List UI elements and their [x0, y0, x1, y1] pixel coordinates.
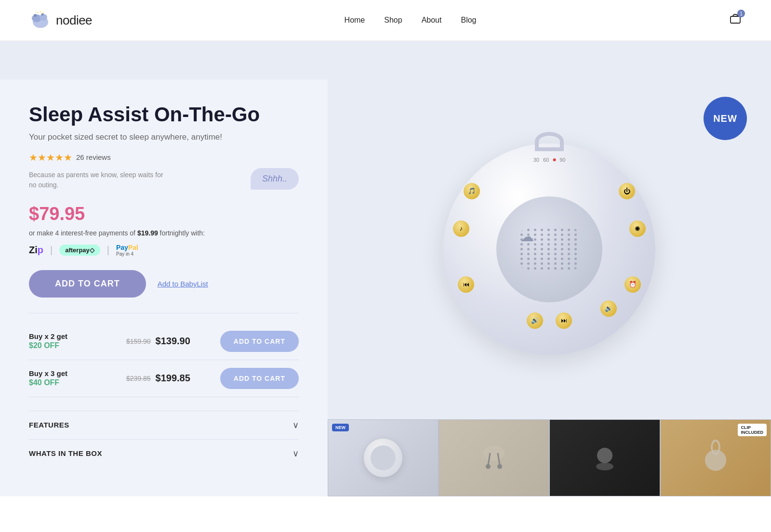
speaker-area: ☁ [496, 196, 602, 302]
bundle-1-label: Buy x 2 get [29, 332, 96, 340]
zip-logo: Zip [29, 245, 43, 256]
product-left: Sleep Assist On-The-Go Your pocket sized… [0, 79, 328, 496]
cart-badge: 1 [737, 10, 745, 17]
speaker-dots: ☁ [513, 221, 586, 277]
accordion-whats-in-box[interactable]: WHATS IN THE BOX ∨ [29, 439, 299, 467]
babylist-link[interactable]: Add to BabyList [158, 280, 208, 288]
accordion-box-label: WHATS IN THE BOX [29, 449, 102, 457]
bundle-1-old-price: $159.90 [126, 337, 151, 345]
svg-point-13 [497, 464, 502, 469]
device-loop [535, 132, 564, 151]
pay-divider-2: | [107, 245, 109, 256]
star-icons: ★★★★★ [29, 152, 72, 163]
add-to-cart-button[interactable]: ADD TO CART [29, 270, 146, 298]
afterpay-logo: afterpay◇ [59, 245, 100, 256]
bundle-row-2: Buy x 3 get $40 OFF $239.85 $199.85 ADD … [29, 360, 299, 397]
svg-point-4 [41, 13, 44, 16]
chevron-down-icon-box: ∨ [292, 448, 299, 459]
stars-row: ★★★★★ 26 reviews [29, 152, 299, 163]
clip-text: CLIPINCLUDED [741, 425, 764, 435]
product-device-container: 30 60 90 [443, 143, 655, 355]
accordion-section: FEATURES ∨ WHATS IN THE BOX ∨ [29, 411, 299, 467]
product-subtitle: Your pocket sized secret to sleep anywhe… [29, 131, 299, 143]
thumbnail-4[interactable]: CLIPINCLUDED [660, 419, 771, 496]
bundle-1-info: Buy x 2 get $20 OFF [29, 332, 96, 350]
music-button[interactable]: ♪ [453, 221, 469, 237]
thumbnail-3[interactable] [549, 419, 660, 496]
clip-device-icon [696, 439, 735, 477]
header: nodiee Home Shop About Blog 1 [0, 0, 771, 41]
svg-point-12 [486, 464, 491, 469]
svg-point-15 [596, 463, 613, 470]
bundle-1-discount: $20 OFF [29, 341, 96, 350]
timer-30: 30 [533, 157, 539, 163]
new-badge: NEW [704, 97, 747, 140]
paypal-logo: PayPal Pay in 4 [116, 244, 138, 257]
bundle-section: Buy x 2 get $20 OFF $159.90 $139.90 ADD … [29, 313, 299, 397]
review-count: 26 reviews [76, 153, 111, 161]
vol-button[interactable]: 🔊 [527, 312, 543, 329]
svg-point-6 [40, 11, 41, 12]
cloud-icon: ☁ [520, 229, 534, 245]
light-button[interactable]: ✺ [629, 221, 646, 237]
bundle-1-add-to-cart[interactable]: ADD TO CART [220, 331, 299, 352]
timer-red-dot [553, 158, 556, 161]
bundle-1-prices: $159.90 $139.90 [126, 336, 190, 347]
accordion-features-label: FEATURES [29, 421, 69, 429]
timer-60: 60 [543, 157, 549, 163]
thumbnail-1[interactable]: NEW [328, 419, 439, 496]
bundle-2-label: Buy x 3 get [29, 369, 96, 377]
shhh-bubble: Shhh.. [251, 168, 299, 190]
svg-point-7 [43, 13, 44, 13]
clock-button[interactable]: ⏰ [625, 276, 641, 293]
tagline-text: Because as parents we know, sleep waits … [29, 170, 164, 190]
accordion-features[interactable]: FEATURES ∨ [29, 411, 299, 439]
bundle-2-new-price: $199.85 [156, 373, 190, 384]
main-cart-row: ADD TO CART Add to BabyList [29, 270, 299, 298]
installment-text: or make 4 interest-free payments of $19.… [29, 229, 299, 237]
thumb-3-image [550, 420, 660, 496]
header-right: 1 [729, 13, 742, 28]
bundle-2-add-to-cart[interactable]: ADD TO CART [220, 368, 299, 389]
bundle-2-info: Buy x 3 get $40 OFF [29, 369, 96, 387]
nav-blog[interactable]: Blog [461, 16, 476, 25]
pay-divider-1: | [50, 245, 53, 256]
nav-home[interactable]: Home [345, 16, 365, 25]
nav-about[interactable]: About [422, 16, 442, 25]
clip-badge: CLIPINCLUDED [738, 424, 767, 436]
payment-logos: Zip | afterpay◇ | PayPal Pay in 4 [29, 244, 299, 257]
product-section: Sleep Assist On-The-Go Your pocket sized… [0, 79, 771, 496]
hero-band [0, 41, 771, 79]
product-title: Sleep Assist On-The-Go [29, 104, 299, 126]
svg-rect-8 [731, 16, 740, 23]
main-nav: Home Shop About Blog [345, 16, 477, 25]
chevron-down-icon-features: ∨ [292, 420, 299, 430]
prev-button[interactable]: ⏮ [458, 276, 474, 293]
thumb-device-1 [364, 439, 402, 477]
bundle-2-discount: $40 OFF [29, 378, 96, 387]
next-button[interactable]: ⏭ [556, 312, 572, 329]
svg-point-16 [705, 450, 726, 471]
tagline-row: Because as parents we know, sleep waits … [29, 170, 299, 190]
bundle-1-new-price: $139.90 [156, 336, 190, 347]
bundle-2-prices: $239.85 $199.85 [126, 373, 190, 384]
vol-down-button[interactable]: 🔉 [600, 300, 617, 317]
hand-device-icon [590, 443, 619, 472]
bundle-2-old-price: $239.85 [126, 375, 151, 382]
product-right: NEW 30 60 90 [328, 79, 771, 496]
svg-point-5 [37, 12, 38, 13]
thumbnail-2[interactable] [439, 419, 549, 496]
svg-point-9 [483, 445, 505, 461]
power-button[interactable]: ⏻ [619, 183, 635, 199]
logo-icon [29, 9, 52, 32]
nav-shop[interactable]: Shop [384, 16, 402, 25]
thumb-2-image [439, 420, 549, 496]
thumb-device-inner-1 [371, 445, 396, 470]
svg-point-14 [597, 448, 612, 463]
logo-area: nodiee [29, 9, 92, 32]
timer-90: 90 [559, 157, 565, 163]
cart-icon-wrap[interactable]: 1 [729, 13, 742, 28]
price-main: $79.95 [29, 204, 299, 224]
main-image-area: NEW 30 60 90 [328, 79, 771, 419]
sound-button[interactable]: 🎵 [464, 183, 480, 199]
